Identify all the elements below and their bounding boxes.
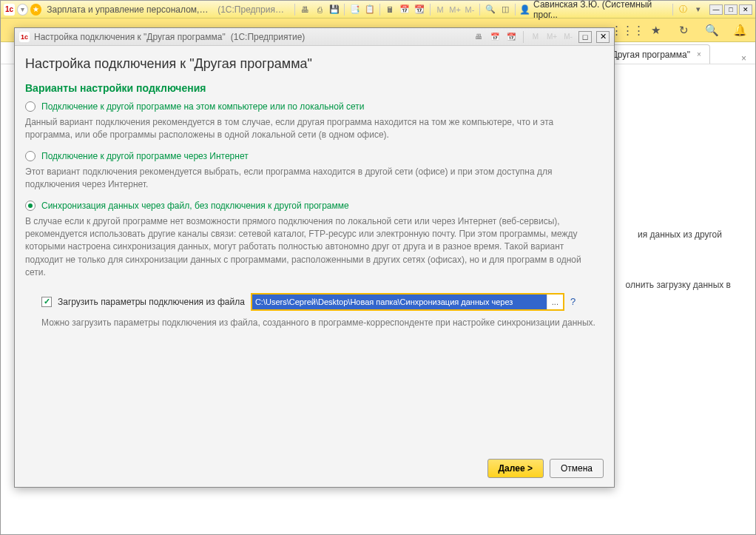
close-button[interactable]: ✕ (739, 4, 752, 15)
calendar31-icon[interactable]: 📆 (414, 4, 426, 16)
radio-file-label[interactable]: Синхронизация данных через файл, без под… (41, 201, 349, 211)
favorite-icon[interactable]: ★ (30, 4, 41, 16)
load-params-label[interactable]: Загрузить параметры подключения из файла (58, 297, 245, 307)
m-minus-icon[interactable]: M- (464, 4, 476, 16)
maximize-button[interactable]: □ (724, 4, 738, 15)
dialog-m-icon[interactable]: M (530, 32, 541, 42)
cancel-button[interactable]: Отмена (550, 459, 604, 478)
next-button[interactable]: Далее > (487, 459, 544, 478)
zoom-icon[interactable]: 🔍 (484, 4, 496, 16)
option-local-row[interactable]: Подключение к другой программе на этом к… (25, 101, 604, 112)
separator (379, 4, 380, 16)
history-icon[interactable]: ↻ (677, 24, 690, 37)
compare-icon[interactable]: 📑 (348, 4, 361, 16)
dialog-heading: Настройка подключения к "Другая программ… (25, 56, 604, 72)
tabbar-close-icon[interactable]: × (732, 53, 755, 64)
radio-local[interactable] (25, 101, 36, 112)
app-title: Зарплата и управление персоналом, редакц… (47, 4, 209, 15)
dialog-mminus-icon[interactable]: M- (562, 32, 574, 42)
dialog-maximize-button[interactable]: □ (578, 31, 592, 43)
dropdown-icon[interactable]: ▾ (17, 4, 28, 16)
dialog-logo-icon: 1c (19, 32, 30, 42)
radio-internet[interactable] (25, 151, 36, 161)
star-icon[interactable]: ★ (649, 24, 662, 37)
dialog-window-title: Настройка подключения к "Другая программ… (34, 32, 468, 42)
m-icon[interactable]: M (434, 4, 447, 16)
main-window: 1c ▾ ★ Зарплата и управление персоналом,… (0, 0, 756, 535)
bell-icon[interactable]: 🔔 (733, 24, 746, 37)
clipboard-icon[interactable]: 📋 (363, 4, 376, 16)
option-local-desc: Данный вариант подключения рекомендуется… (25, 116, 587, 142)
m-plus-icon[interactable]: M+ (449, 4, 462, 16)
separator (523, 31, 524, 43)
panes-icon[interactable]: ◫ (499, 4, 511, 16)
browse-button[interactable]: ... (547, 295, 563, 309)
dialog-window-title-text: Настройка подключения к "Другая программ… (34, 32, 226, 42)
save-icon[interactable]: 💾 (328, 4, 340, 16)
dialog-window-title-suffix: (1С:Предприятие) (231, 32, 306, 42)
minimize-button[interactable]: — (709, 4, 723, 15)
separator (515, 4, 516, 16)
dialog-footer: Далее > Отмена (25, 453, 604, 481)
current-user[interactable]: 👤 Савинская З.Ю. (Системный прог... (519, 0, 669, 20)
user-icon: 👤 (519, 4, 530, 15)
tab-close-icon[interactable]: × (695, 50, 703, 59)
separator (479, 4, 480, 16)
radio-internet-label[interactable]: Подключение к другой программе через Инт… (41, 151, 249, 161)
tab-label: Другая программа" (612, 50, 690, 60)
search-icon[interactable]: 🔍 (705, 24, 718, 37)
option-internet-desc: Этот вариант подключения рекомендуется в… (25, 166, 587, 192)
user-name: Савинская З.Ю. (Системный прог... (533, 0, 669, 20)
app-logo-icon: 1c (4, 4, 15, 16)
help-icon[interactable]: ? (570, 296, 576, 307)
dialog-body: Настройка подключения к "Другая программ… (15, 46, 614, 487)
info-icon[interactable]: ⓘ (677, 4, 689, 16)
radio-file[interactable] (25, 201, 36, 211)
option-internet-row[interactable]: Подключение к другой программе через Инт… (25, 151, 604, 161)
separator (294, 4, 295, 16)
calendar-icon[interactable]: 📅 (399, 4, 411, 16)
tab-other-program[interactable]: Другая программа" × (605, 44, 710, 64)
print-icon[interactable]: 🖶 (299, 4, 311, 16)
load-params-checkbox[interactable]: ✓ (41, 297, 52, 307)
dialog-close-button[interactable]: ✕ (596, 31, 610, 43)
print-preview-icon[interactable]: ⎙ (314, 4, 326, 16)
file-field-wrap: ... (251, 293, 564, 311)
dialog-calendar-icon[interactable]: 📅 (489, 32, 501, 42)
app-title-suffix: (1С:Предприятие) (217, 4, 288, 15)
connection-dialog: 1c Настройка подключения к "Другая прогр… (14, 27, 615, 488)
section-title: Варианты настройки подключения (25, 82, 604, 94)
dialog-titlebar: 1c Настройка подключения к "Другая прогр… (15, 28, 614, 46)
main-titlebar: 1c ▾ ★ Зарплата и управление персоналом,… (1, 1, 755, 18)
dialog-mplus-icon[interactable]: M+ (546, 32, 558, 42)
more-icon[interactable]: ▾ (692, 4, 704, 16)
separator (344, 4, 345, 16)
file-load-row: ✓ Загрузить параметры подключения из фай… (41, 293, 604, 311)
file-hint: Можно загрузить параметры подключения из… (41, 317, 604, 329)
apps-icon[interactable]: ⋮⋮⋮ (621, 24, 634, 37)
radio-local-label[interactable]: Подключение к другой программе на этом к… (41, 101, 364, 112)
dialog-calendar31-icon[interactable]: 📆 (505, 32, 517, 42)
option-file-row[interactable]: Синхронизация данных через файл, без под… (25, 201, 604, 211)
separator (672, 4, 673, 16)
calculator-icon[interactable]: 🖩 (384, 4, 396, 16)
option-file-desc: В случае если к другой программе нет воз… (25, 215, 587, 280)
separator (430, 4, 431, 16)
window-controls: — □ ✕ (709, 4, 752, 15)
file-path-input[interactable] (252, 295, 547, 309)
dialog-print-icon[interactable]: 🖶 (473, 32, 485, 42)
